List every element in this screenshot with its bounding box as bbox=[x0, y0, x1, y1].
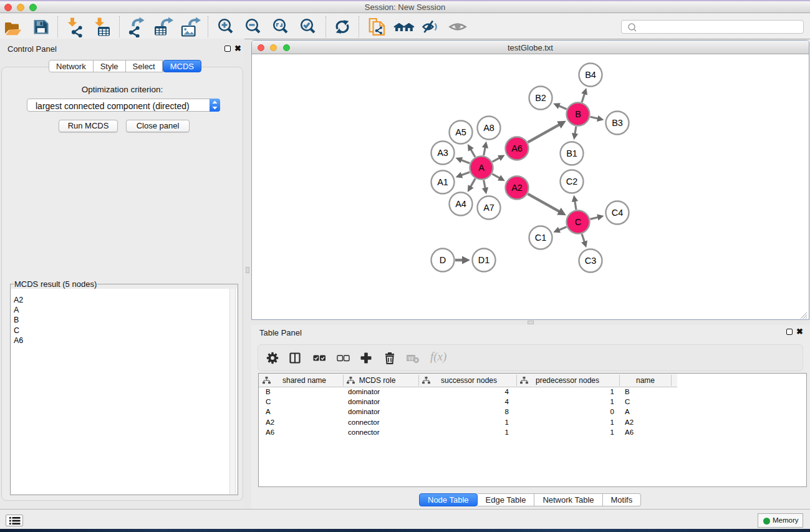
svg-text:A4: A4 bbox=[455, 199, 466, 209]
svg-text:A6: A6 bbox=[511, 143, 523, 153]
svg-text:B1: B1 bbox=[566, 148, 577, 158]
svg-text:A5: A5 bbox=[455, 127, 466, 137]
svg-text:D1: D1 bbox=[478, 255, 490, 265]
svg-text:C3: C3 bbox=[585, 256, 597, 266]
svg-text:C4: C4 bbox=[612, 208, 624, 218]
svg-text:D: D bbox=[440, 255, 446, 265]
svg-text:B3: B3 bbox=[612, 118, 623, 128]
svg-text:B: B bbox=[575, 109, 581, 119]
svg-text:C: C bbox=[575, 217, 581, 227]
svg-text:A8: A8 bbox=[483, 123, 494, 133]
svg-text:B4: B4 bbox=[585, 70, 596, 80]
svg-text:C1: C1 bbox=[535, 233, 547, 243]
svg-text:A: A bbox=[478, 163, 485, 173]
svg-text:A1: A1 bbox=[437, 177, 448, 187]
svg-text:C2: C2 bbox=[566, 177, 578, 186]
svg-text:A2: A2 bbox=[511, 183, 523, 193]
svg-text:A3: A3 bbox=[437, 148, 448, 158]
svg-text:B2: B2 bbox=[535, 93, 546, 103]
svg-text:A7: A7 bbox=[483, 203, 494, 213]
